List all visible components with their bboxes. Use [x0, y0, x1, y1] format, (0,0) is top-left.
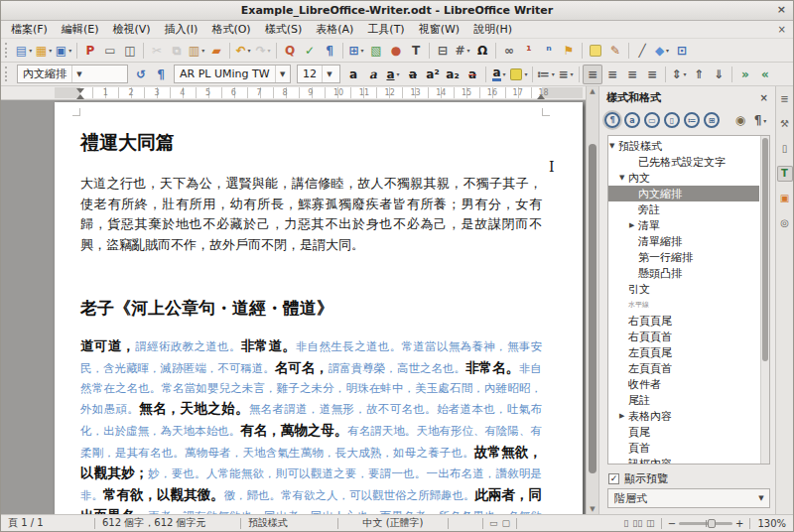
underline-icon[interactable]: a▾ — [383, 65, 403, 84]
dropdown-arrow-icon[interactable]: ▾ — [684, 70, 687, 77]
zoom-slider[interactable]: − + — [662, 518, 750, 529]
page-text-area[interactable]: 禮運大同篇 大道之行也，天下為公，選賢與能，講信修睦，故人不獨親其親，不獨子其子… — [80, 116, 542, 514]
sidebar-settings-icon[interactable]: ≡ — [777, 91, 793, 107]
style-list-item[interactable]: 頁首 — [608, 440, 759, 456]
toolbar-grip[interactable] — [5, 43, 10, 58]
properties-deck-icon[interactable]: ⚒ — [777, 116, 793, 132]
insert-footnote-icon[interactable]: ¹ — [519, 41, 539, 61]
italic-icon[interactable]: a — [363, 65, 383, 84]
insert-endnote-icon[interactable]: ⁿ — [539, 41, 559, 61]
navigator-deck-icon[interactable]: ◎ — [777, 215, 793, 231]
window-close-icon[interactable]: × — [777, 3, 786, 16]
menu-w[interactable]: 視窗(W) — [412, 21, 466, 38]
insert-mode-status[interactable] — [449, 515, 482, 531]
view-book-icon[interactable]: ◫ — [646, 518, 655, 528]
left-indent-marker[interactable] — [76, 90, 84, 99]
insert-hyperlink-icon[interactable]: ∞ — [499, 41, 519, 61]
chevron-down-icon[interactable]: ▼ — [275, 66, 290, 82]
zoom-in-icon[interactable]: + — [735, 518, 743, 529]
dropdown-arrow-icon[interactable]: ▾ — [524, 70, 527, 77]
style-list-item[interactable]: 右頁頁首 — [608, 329, 759, 344]
page-break-icon[interactable]: ⊟ — [433, 41, 453, 61]
new-document-icon[interactable]: ▤▾ — [14, 41, 34, 61]
style-list-item[interactable]: 引文 — [608, 281, 759, 297]
document-canvas[interactable]: 禮運大同篇 大道之行也，天下為公，選賢與能，講信修睦，故人不獨親其親，不獨子其子… — [1, 100, 586, 514]
page-number-status[interactable]: 頁 1 / 1 — [1, 515, 94, 531]
dropdown-arrow-icon[interactable]: ▾ — [397, 70, 400, 77]
dropdown-arrow-icon[interactable]: ▾ — [49, 47, 52, 54]
menu-s[interactable]: 樣式(S) — [258, 21, 310, 38]
dropdown-arrow-icon[interactable]: ▾ — [763, 117, 766, 124]
clone-formatting-icon[interactable]: ▰ — [206, 41, 226, 61]
bullets-icon[interactable]: ≔▾ — [536, 65, 556, 84]
style-list-item[interactable]: 旁註 — [608, 201, 759, 217]
view-multiple-pages-icon[interactable]: ▯▯ — [632, 518, 642, 528]
open-icon[interactable]: ▦▾ — [34, 41, 54, 61]
decrease-paragraph-spacing-icon[interactable]: ⇓ — [709, 65, 728, 84]
scrollbar-thumb[interactable] — [762, 138, 768, 361]
style-list-item[interactable]: 頁尾 — [608, 424, 759, 440]
menu-o[interactable]: 格式(O) — [204, 21, 257, 38]
scroll-up-icon[interactable]: ▲ — [587, 87, 598, 95]
paragraph-styles-icon[interactable]: ¶ — [604, 112, 620, 128]
style-list-item[interactable]: 左頁頁首 — [608, 360, 759, 376]
character-styles-icon[interactable]: a — [624, 112, 640, 128]
word-count-status[interactable]: 612 個字，612 個字元 — [95, 515, 240, 531]
style-list-item[interactable]: 訊框內容 — [608, 456, 759, 465]
new-style-from-selection-icon[interactable]: ¶▾ — [750, 110, 770, 130]
page-style-status[interactable]: 預設樣式 — [241, 515, 337, 531]
expand-arrow-icon[interactable]: ▶ — [629, 221, 634, 229]
align-center-icon[interactable]: ≡ — [602, 65, 622, 84]
chevron-down-icon[interactable]: ▼ — [753, 489, 769, 507]
selection-mode-icon[interactable]: ▭ — [489, 518, 498, 528]
decrease-indent-icon[interactable]: « — [755, 65, 775, 84]
style-list-item[interactable]: ▶清單 — [608, 217, 759, 233]
chevron-down-icon[interactable]: ▼ — [71, 66, 86, 82]
bold-icon[interactable]: a — [343, 65, 363, 84]
page-styles-icon[interactable]: ▯ — [664, 112, 680, 128]
dropdown-arrow-icon[interactable]: ▾ — [248, 47, 251, 54]
style-list-item[interactable]: 尾註 — [608, 392, 759, 408]
styles-list-scrollbar[interactable] — [760, 136, 769, 464]
formatting-marks-icon[interactable]: ¶ — [320, 41, 339, 61]
style-list-item[interactable]: 左頁頁尾 — [608, 344, 759, 360]
horizontal-ruler[interactable]: 123456789101112131415161718 — [1, 86, 586, 100]
collapse-arrow-icon[interactable]: ▼ — [619, 174, 624, 182]
align-right-icon[interactable]: ≡ — [622, 65, 642, 84]
view-single-page-icon[interactable]: ▯ — [623, 518, 628, 528]
zoom-level-status[interactable]: 130% — [750, 515, 793, 531]
style-filter-dropdown[interactable]: 階層式 ▼ — [607, 488, 770, 508]
find-replace-icon[interactable]: Q — [280, 41, 300, 61]
draw-functions-icon[interactable]: ⊡ — [672, 41, 692, 61]
frame-styles-icon[interactable]: ▭ — [644, 112, 660, 128]
numbering-icon[interactable]: ≡▾ — [556, 65, 576, 84]
gallery-deck-icon[interactable]: ▣ — [777, 191, 793, 206]
styles-deck-icon[interactable]: T — [777, 166, 793, 182]
style-list-item[interactable]: ▼內文 — [608, 170, 759, 186]
dropdown-arrow-icon[interactable]: ▾ — [29, 47, 32, 54]
font-name-combobox[interactable]: AR PL UMing TW ▼ — [174, 65, 291, 83]
dropdown-arrow-icon[interactable]: ▾ — [571, 70, 574, 77]
dropdown-arrow-icon[interactable]: ▾ — [361, 47, 364, 54]
document-vertical-scrollbar[interactable]: ▲ ▼ — [586, 86, 598, 514]
insert-textbox-icon[interactable]: T — [406, 41, 426, 61]
basic-shapes-icon[interactable]: ◆▾ — [652, 41, 672, 61]
track-changes-icon[interactable]: ✎ — [605, 41, 625, 61]
insert-image-icon[interactable]: ▧ — [366, 41, 386, 61]
strikethrough-icon[interactable]: a — [403, 65, 423, 84]
clear-formatting-icon[interactable]: a — [463, 65, 482, 84]
zoom-slider-thumb[interactable] — [708, 519, 716, 528]
increase-paragraph-spacing-icon[interactable]: ⇑ — [689, 65, 709, 84]
save-icon[interactable]: ▣▾ — [54, 41, 73, 61]
dropdown-arrow-icon[interactable]: ▾ — [467, 47, 470, 54]
style-list-item[interactable]: 內文縮排 — [608, 186, 759, 201]
menu-i[interactable]: 插入(I) — [158, 21, 205, 38]
style-list-item[interactable]: 清單縮排 — [608, 233, 759, 249]
language-status[interactable]: 中文 (正體字) — [338, 515, 448, 531]
superscript-icon[interactable]: a² — [423, 65, 443, 84]
style-list-item[interactable]: 收件者 — [608, 376, 759, 392]
scrollbar-thumb[interactable] — [589, 144, 596, 473]
menu-e[interactable]: 編輯(E) — [55, 21, 106, 38]
menu-t[interactable]: 工具(T) — [360, 21, 411, 38]
show-previews-checkbox[interactable]: ✓ — [608, 473, 619, 484]
